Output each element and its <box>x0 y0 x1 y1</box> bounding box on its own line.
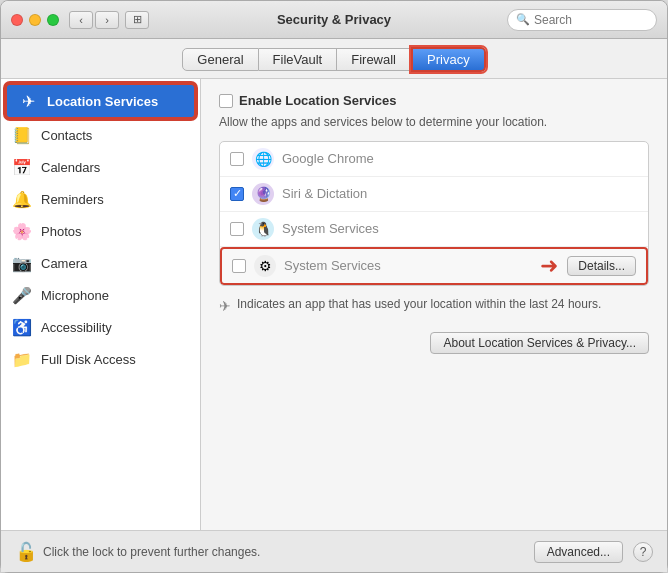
app-list: 🌐 Google Chrome ✓ 🔮 Siri & Dictation 🐧 S… <box>219 141 649 286</box>
location-description: Allow the apps and services below to det… <box>219 114 649 131</box>
camera-icon: 📷 <box>11 252 33 274</box>
sidebar-item-label: Accessibility <box>41 320 112 335</box>
search-input[interactable] <box>534 13 648 27</box>
location-arrow-icon: ✈ <box>219 297 231 317</box>
details-button[interactable]: Details... <box>567 256 636 276</box>
sidebar-item-label: Photos <box>41 224 81 239</box>
sidebar-item-label: Camera <box>41 256 87 271</box>
location-note-text: Indicates an app that has used your loca… <box>237 296 601 313</box>
enable-location-checkbox[interactable] <box>219 94 233 108</box>
lock-area: 🔓 Click the lock to prevent further chan… <box>15 541 524 563</box>
sidebar-item-label: Location Services <box>47 94 158 109</box>
tab-privacy[interactable]: Privacy <box>411 47 486 72</box>
about-location-button[interactable]: About Location Services & Privacy... <box>430 332 649 354</box>
bottom-bar: 🔓 Click the lock to prevent further chan… <box>1 530 667 572</box>
sidebar-item-calendars[interactable]: 📅 Calendars <box>1 151 200 183</box>
nav-buttons: ‹ › <box>69 11 119 29</box>
enable-location-label: Enable Location Services <box>239 93 397 108</box>
main-window: ‹ › ⊞ Security & Privacy 🔍 General FileV… <box>0 0 668 573</box>
sidebar-item-location-services[interactable]: ✈ Location Services <box>5 83 196 119</box>
sidebar-item-label: Contacts <box>41 128 92 143</box>
sidebar-item-label: Microphone <box>41 288 109 303</box>
sidebar-item-contacts[interactable]: 📒 Contacts <box>1 119 200 151</box>
window-title: Security & Privacy <box>277 12 391 27</box>
siri-icon: 🔮 <box>252 183 274 205</box>
contacts-icon: 📒 <box>11 124 33 146</box>
table-row[interactable]: ✓ 🔮 Siri & Dictation <box>220 177 648 212</box>
location-note: ✈ Indicates an app that has used your lo… <box>219 296 649 317</box>
traffic-lights <box>11 14 59 26</box>
sidebar-item-label: Reminders <box>41 192 104 207</box>
chrome-checkbox[interactable] <box>230 152 244 166</box>
siri-checkbox[interactable]: ✓ <box>230 187 244 201</box>
lock-label: Click the lock to prevent further change… <box>43 545 260 559</box>
maximize-button[interactable] <box>47 14 59 26</box>
sidebar-item-label: Full Disk Access <box>41 352 136 367</box>
sidebar-item-label: Calendars <box>41 160 100 175</box>
chrome-app-name: Google Chrome <box>282 151 638 166</box>
system-services-icon: ⚙ <box>254 255 276 277</box>
sidebar-item-reminders[interactable]: 🔔 Reminders <box>1 183 200 215</box>
reminders-icon: 🔔 <box>11 188 33 210</box>
calendars-icon: 📅 <box>11 156 33 178</box>
sidebar-item-full-disk-access[interactable]: 📁 Full Disk Access <box>1 343 200 375</box>
qq-icon: 🐧 <box>252 218 274 240</box>
close-button[interactable] <box>11 14 23 26</box>
sidebar-item-photos[interactable]: 🌸 Photos <box>1 215 200 247</box>
qq-app-name: System Services <box>282 221 638 236</box>
advanced-button[interactable]: Advanced... <box>534 541 623 563</box>
table-row[interactable]: 🌐 Google Chrome <box>220 142 648 177</box>
titlebar: ‹ › ⊞ Security & Privacy 🔍 <box>1 1 667 39</box>
table-row[interactable]: ⚙ System Services Details... ➜ <box>220 247 648 285</box>
accessibility-icon: ♿ <box>11 316 33 338</box>
qq-checkbox[interactable] <box>230 222 244 236</box>
minimize-button[interactable] <box>29 14 41 26</box>
lock-icon[interactable]: 🔓 <box>15 541 37 563</box>
enable-location-row: Enable Location Services <box>219 93 649 108</box>
siri-app-name: Siri & Dictation <box>282 186 638 201</box>
full-disk-access-icon: 📁 <box>11 348 33 370</box>
system-services-checkbox[interactable] <box>232 259 246 273</box>
right-panel: Enable Location Services Allow the apps … <box>201 79 667 530</box>
sidebar-item-accessibility[interactable]: ♿ Accessibility <box>1 311 200 343</box>
back-button[interactable]: ‹ <box>69 11 93 29</box>
system-services-app-name: System Services <box>284 258 559 273</box>
forward-button[interactable]: › <box>95 11 119 29</box>
tab-general[interactable]: General <box>182 48 258 71</box>
search-box[interactable]: 🔍 <box>507 9 657 31</box>
table-row[interactable]: 🐧 System Services <box>220 212 648 247</box>
grid-button[interactable]: ⊞ <box>125 11 149 29</box>
photos-icon: 🌸 <box>11 220 33 242</box>
sidebar-item-microphone[interactable]: 🎤 Microphone <box>1 279 200 311</box>
tab-filevault[interactable]: FileVault <box>259 48 338 71</box>
microphone-icon: 🎤 <box>11 284 33 306</box>
sidebar-item-camera[interactable]: 📷 Camera <box>1 247 200 279</box>
tab-firewall[interactable]: Firewall <box>337 48 411 71</box>
tabs-bar: General FileVault Firewall Privacy <box>1 39 667 79</box>
location-services-icon: ✈ <box>17 90 39 112</box>
search-icon: 🔍 <box>516 13 530 26</box>
sidebar: ✈ Location Services 📒 Contacts 📅 Calenda… <box>1 79 201 530</box>
main-content: ✈ Location Services 📒 Contacts 📅 Calenda… <box>1 79 667 530</box>
chrome-icon: 🌐 <box>252 148 274 170</box>
help-button[interactable]: ? <box>633 542 653 562</box>
